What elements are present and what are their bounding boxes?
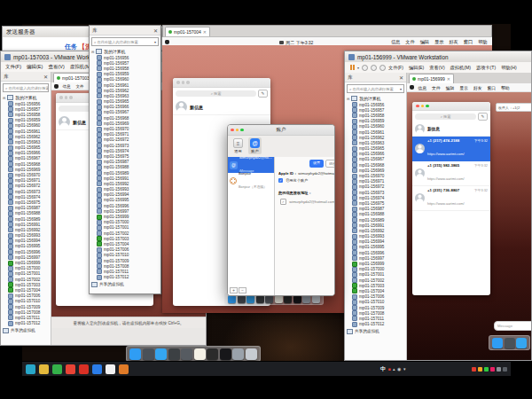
dock-icon[interactable] [168,348,180,360]
dock-icon[interactable] [194,348,206,360]
tab-general[interactable]: ≡ 通用 [231,137,245,154]
close-icon[interactable]: ✕ [43,74,48,80]
vm-tab-156999[interactable]: mp01-156999 ✕ [409,74,454,83]
tray-app-icon[interactable] [478,367,482,372]
taskbar-app-icon[interactable] [26,364,35,374]
library-search-input[interactable]: ⌕ 在此处输入内容进行搜索 ▾ [3,83,49,92]
taskbar-app-icon[interactable] [106,364,115,374]
macos-menu-item[interactable]: 窗口 [485,85,498,90]
expander-icon[interactable]: ⊟ [347,97,349,101]
tab-close-icon[interactable]: ✕ [203,29,207,35]
messages-search-input[interactable]: ⌕ 搜索 [176,90,256,97]
tab-close-icon[interactable]: ✕ [447,76,450,82]
macos-menu-item[interactable]: 帮助 [499,85,512,90]
suspend-icon[interactable] [350,65,355,70]
dock-icon[interactable] [155,348,167,360]
library-search-input[interactable]: ⌕ 在此处输入内容进行搜索 ▾ [347,84,404,93]
messages-c-titlebar[interactable] [173,78,270,88]
compose-icon[interactable]: ✎ [258,90,268,98]
menu-item[interactable]: 帮助(H) [498,65,520,71]
taskbar-app-icon[interactable] [52,364,62,374]
macos-menu-item[interactable]: 文件 [430,85,443,90]
tab-accounts[interactable]: @ 账户 [248,137,262,154]
macos-menu-item[interactable]: 好友 [471,85,484,90]
conversation-row-2[interactable]: +1 (315) 982-3865 下午3:32 https://www.aar… [412,161,490,186]
close-icon[interactable]: ✕ [399,74,403,81]
taskbar-app-icon[interactable] [66,364,75,374]
compose-icon[interactable]: ✎ [478,113,488,121]
apple-icon[interactable] [410,85,414,90]
shared-vms-row[interactable]: 共享的虚拟机 [345,327,406,336]
messages-d-titlebar[interactable] [412,102,490,111]
tray-app-icon[interactable] [472,367,476,372]
library-tree-root[interactable]: ⊟ 我的计算机 [1,94,51,101]
expander-icon[interactable]: ⊟ [3,96,5,100]
chevron-down-icon[interactable]: ▾ [357,66,359,70]
new-message-row[interactable]: 新信息 [412,122,490,137]
settings-button[interactable]: 设置 [309,160,324,168]
revert-icon[interactable] [371,65,377,71]
dock-icon[interactable] [516,338,527,348]
new-message-row[interactable]: 新信息 [173,99,270,115]
snapshot-icon[interactable] [362,65,368,71]
macos-menu-item[interactable]: 编辑 [443,85,457,90]
menu-item[interactable]: 编辑(E) [406,65,426,71]
zoom-traffic-light[interactable] [186,81,190,84]
dock-icon[interactable] [505,338,515,348]
stopped-button[interactable]: 已停止 [325,160,335,168]
library-tree-root[interactable]: ⊟ 我的计算机 [345,95,406,102]
floating-search-input[interactable]: ⌕ 在此处输入内容进行搜索 ▾ [91,37,159,46]
shared-vms-row[interactable]: 共享的虚拟机 [90,280,160,289]
macos-menu-item[interactable]: 帮助 [476,39,489,45]
menu-item[interactable]: 选项卡(T) [473,65,498,71]
tray-icon[interactable]: ▴ [393,366,395,372]
enable-account-checkbox[interactable]: ✓ [278,178,283,183]
expander-icon[interactable]: ⊟ [91,50,94,54]
close-traffic-light[interactable] [416,105,419,108]
vm-tab-157004[interactable]: mp01-157004 ✕ [165,27,210,36]
macos-menu-item[interactable]: 信息 [60,84,73,89]
dock-icon[interactable] [232,348,244,360]
macos-menu-item[interactable]: 显示 [458,85,471,90]
tray-app-icon[interactable] [497,367,501,372]
tray-app-icon[interactable] [490,367,495,372]
vmware-d-console[interactable]: 信息文件编辑显示好友窗口帮助 收件人：+1(2 ⌕ 搜索 ✎ [407,83,531,360]
tray-icon[interactable]: ▾ [403,366,406,372]
conversation-row-1[interactable]: +1 (217) 474-2188 下午3:32 https://www.aar… [412,137,490,161]
floating-panel-header[interactable]: 库 ✕ [90,26,160,35]
dock-icon[interactable] [207,348,218,360]
vmware-d-titlebar[interactable]: mp01-156999 - VMware Workstation [345,51,531,62]
accounts-dialog-titlebar[interactable]: 账户 [228,125,334,136]
close-traffic-light[interactable] [176,81,180,84]
dock-icon[interactable] [246,348,257,360]
macos-menu-item[interactable]: 文件 [74,84,86,89]
menu-item[interactable]: 编辑(E) [24,64,45,70]
macos-menu-item[interactable]: 信息 [416,85,429,90]
macos-menu-item[interactable]: 信息 [388,39,402,45]
manage-icon[interactable] [379,65,386,71]
apple-icon[interactable] [54,84,59,89]
notification-icon[interactable] [279,41,284,44]
menubar-clock[interactable]: 周二 下午3:32 [286,40,313,45]
dock-icon[interactable] [181,348,192,360]
tray-app-icon[interactable] [503,367,507,372]
menu-item[interactable]: 虚拟机(M) [448,65,473,71]
dock-icon[interactable] [143,348,154,360]
tray-icon[interactable]: ■ [388,366,391,372]
add-account-button[interactable]: + [230,287,238,293]
taskbar-app-icon[interactable] [79,364,89,374]
zoom-traffic-light[interactable] [426,105,429,108]
menu-item[interactable]: 文件(F) [386,65,406,71]
minimize-traffic-light[interactable] [421,105,425,108]
macos-menu-item[interactable]: 显示 [433,39,446,45]
imessage-compose-field[interactable]: Message [494,321,531,331]
zoom-traffic-light[interactable] [69,96,73,99]
conversation-row-3[interactable]: +1 (231) 736-8807 下午3:32 https://www.aar… [412,186,490,211]
taskbar-app-icon[interactable] [39,364,49,374]
taskbar-app-icon[interactable] [92,364,102,374]
tray-app-icon[interactable] [484,367,489,372]
menu-item[interactable]: 查看(V) [45,64,66,70]
dock-icon[interactable] [492,338,503,348]
close-icon[interactable]: ✕ [153,27,158,34]
macos-menu-item[interactable]: 好友 [447,39,460,45]
